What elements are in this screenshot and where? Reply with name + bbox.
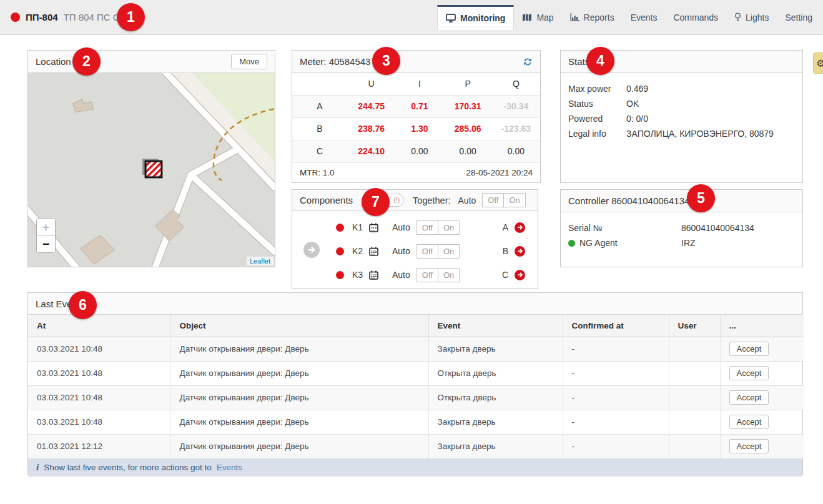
controller-list: Serial № 860041040064134 NG Agent IRZ <box>561 212 802 259</box>
accept-button[interactable]: Accept <box>729 366 769 380</box>
components-title: Components <box>300 195 353 205</box>
max-power-label: Max power <box>568 81 626 96</box>
event-name: Закрыта дверь <box>428 337 563 361</box>
map-canvas[interactable]: + − Leaflet <box>28 73 275 267</box>
status-value: OK <box>626 96 639 111</box>
controller-title: Controller 860041040064134 <box>568 195 689 206</box>
k3-status-dot <box>336 271 344 279</box>
last-events-panel: Last Events At Object Event Confirmed at… <box>27 292 803 475</box>
k3-off-on-group: Off On <box>416 268 460 282</box>
k2-label: K2 <box>352 246 366 256</box>
tab-setting[interactable]: Setting <box>777 5 821 30</box>
phase-a-arrow-icon[interactable] <box>515 222 525 233</box>
k1-off-on-group: Off On <box>416 220 460 235</box>
event-name: Открыта дверь <box>428 361 563 385</box>
accept-button[interactable]: Accept <box>729 390 769 405</box>
tab-map-label: Map <box>536 12 553 22</box>
event-user <box>669 434 720 458</box>
calendar-icon[interactable] <box>369 247 378 256</box>
events-footer: i Show last five events, for more action… <box>28 459 802 477</box>
event-at: 03.03.2021 10:48 <box>28 410 170 434</box>
tab-lights[interactable]: Lights <box>726 5 777 30</box>
component-row-k1: K1 Auto Off On A <box>292 216 538 239</box>
callout-7: 7 <box>362 188 390 216</box>
calendar-icon[interactable] <box>369 270 378 280</box>
tab-commands[interactable]: Commands <box>665 5 726 30</box>
meter-row-b: B 238.76 1.30 285.06 -123.63 <box>292 117 540 140</box>
controller-panel: Controller 860041040064134 Serial № 8600… <box>560 189 803 267</box>
event-user <box>669 361 720 385</box>
k3-auto-label: Auto <box>392 270 410 280</box>
events-table: At Object Event Confirmed at User ... 03… <box>28 315 804 459</box>
phase-c-arrow-icon[interactable] <box>515 270 525 280</box>
meter-col-q: Q <box>492 73 540 95</box>
events-footer-link[interactable]: Events <box>217 463 242 472</box>
ng-agent-status-dot <box>568 240 575 247</box>
meter-row-a: A 244.75 0.71 170.31 -30.34 <box>292 95 540 117</box>
event-object: Датчик открывания двери: Дверь <box>170 361 428 385</box>
toggle-alt-label: (!) <box>394 197 400 204</box>
location-title: Location <box>36 56 71 67</box>
zoom-in-button[interactable]: + <box>37 219 55 235</box>
value-q-c: 0.00 <box>492 140 540 162</box>
phase-label: B <box>292 117 347 140</box>
event-at: 03.03.2021 10:48 <box>28 337 170 361</box>
components-panel-header: Components × (!) Together: Auto Off On <box>292 190 538 211</box>
value-i-c: 0.00 <box>395 140 443 162</box>
event-row: 03.03.2021 10:48 Датчик открывания двери… <box>28 337 804 361</box>
meter-row-c: C 224.10 0.00 0.00 0.00 <box>292 140 540 162</box>
powered-value: 0: 0/0 <box>626 111 648 126</box>
callout-4: 4 <box>586 47 614 75</box>
together-on-button[interactable]: On <box>504 193 525 207</box>
leaflet-attribution-link[interactable]: Leaflet <box>247 257 274 265</box>
settings-gear-button[interactable]: ⚙ <box>813 52 823 74</box>
event-at: 01.03.2021 12:12 <box>28 434 170 458</box>
event-name: Закрыта дверь <box>428 410 563 434</box>
k1-off-button[interactable]: Off <box>416 220 438 235</box>
ng-agent-label: NG Agent <box>579 235 618 250</box>
map-marker[interactable] <box>145 161 162 177</box>
k3-off-button[interactable]: Off <box>416 268 438 282</box>
value-u-b: 238.76 <box>347 117 395 140</box>
k2-off-button[interactable]: Off <box>416 244 438 259</box>
max-power-value: 0.469 <box>626 81 648 96</box>
callout-2: 2 <box>72 47 101 76</box>
k2-off-on-group: Off On <box>416 244 460 259</box>
together-off-on-group: Off On <box>482 193 525 207</box>
tab-monitoring-label: Monitoring <box>460 13 505 23</box>
callout-1: 1 <box>117 3 145 31</box>
meter-mtr: MTR: 1.0 <box>300 168 335 177</box>
component-row-k3: K3 Auto Off On C <box>292 264 538 286</box>
calendar-icon[interactable] <box>369 223 378 232</box>
legal-info-label: Legal info <box>568 126 626 141</box>
tab-lights-label: Lights <box>746 12 769 22</box>
event-confirmed-at: - <box>563 361 669 385</box>
move-button[interactable]: Move <box>231 54 267 69</box>
tab-map[interactable]: Map <box>514 5 561 30</box>
meter-timestamp: 28-05-2021 20:24 <box>466 168 533 177</box>
tab-monitoring[interactable]: Monitoring <box>437 5 514 30</box>
event-name: Открыта дверь <box>428 385 563 410</box>
zoom-out-button[interactable]: − <box>37 235 55 252</box>
k2-on-button[interactable]: On <box>438 244 460 259</box>
phase-b-arrow-icon[interactable] <box>515 246 525 257</box>
controller-panel-header: Controller 860041040064134 <box>561 190 802 212</box>
col-object: Object <box>170 315 428 337</box>
ng-agent-row-label: NG Agent <box>568 235 681 250</box>
map-zoom-control: + − <box>36 218 56 253</box>
event-confirmed-at: - <box>563 337 669 361</box>
accept-button[interactable]: Accept <box>729 415 769 429</box>
k1-on-button[interactable]: On <box>438 220 460 235</box>
phase-c-label: C <box>502 270 508 280</box>
accept-button[interactable]: Accept <box>729 439 769 453</box>
tab-reports[interactable]: Reports <box>562 5 623 30</box>
accept-button[interactable]: Accept <box>729 342 769 356</box>
callout-6: 6 <box>69 291 97 319</box>
status-label: Status <box>568 96 626 111</box>
events-table-header-row: At Object Event Confirmed at User ... <box>28 315 804 337</box>
k3-on-button[interactable]: On <box>438 268 460 282</box>
refresh-icon[interactable] <box>523 57 533 67</box>
together-off-button[interactable]: Off <box>482 193 504 207</box>
tab-events[interactable]: Events <box>623 5 666 30</box>
location-panel-header: Location Move <box>28 51 275 73</box>
